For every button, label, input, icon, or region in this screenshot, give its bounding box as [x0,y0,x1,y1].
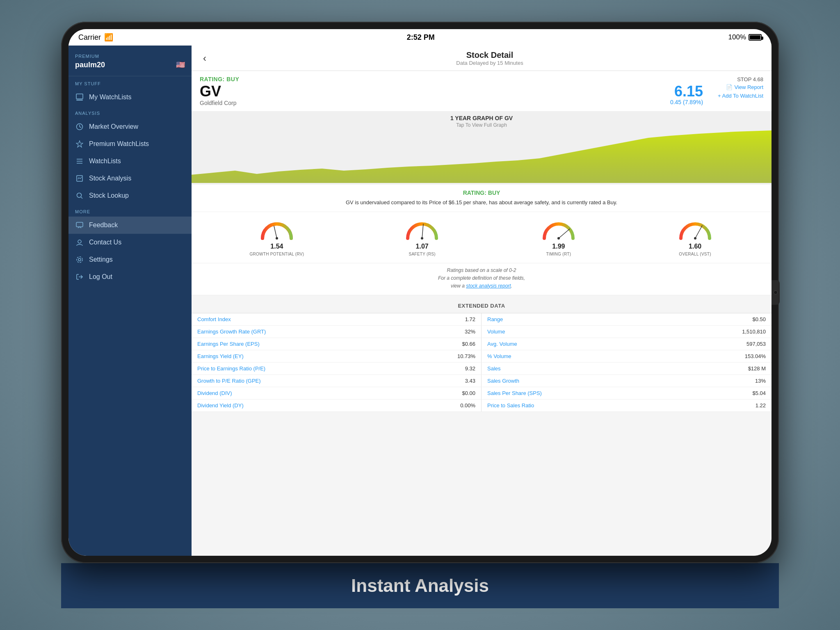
svg-line-18 [274,226,277,238]
sidebar-item-contact-us[interactable]: Contact Us [68,234,192,251]
nav-title: Stock Detail [216,50,763,60]
premium-watchlists-icon [75,139,84,148]
data-label: % Volume [487,353,511,359]
data-row: Volume1,510,810 [482,326,772,338]
data-row: Comfort Index1.72 [192,313,482,326]
ratings-note: Ratings based on a scale of 0-2 For a co… [192,263,772,296]
data-value: $0.00 [462,390,475,396]
svg-line-8 [78,178,79,179]
data-row: Dividend Yield (DY)0.00% [192,399,482,412]
data-label: Sales Per Share (SPS) [487,390,542,396]
gauge-vst: 1.60 OVERALL (VST) [677,219,714,256]
rating-buy-label: RATING: BUY [200,76,239,82]
gauge-rs-value: 1.07 [416,243,429,250]
battery-label: 100% [728,33,746,41]
bottom-label-section: Instant Analysis [61,563,779,608]
data-row: Earnings Yield (EY)10.73% [192,350,482,363]
nav-subtitle: Data Delayed by 15 Minutes [216,60,763,66]
stock-detail: RATING: BUY STOP 4.68 GV Goldfield Corp … [192,71,772,556]
gauge-rv-value: 1.54 [270,243,283,250]
stock-analysis-label: Stock Analysis [89,175,131,182]
svg-rect-13 [76,222,83,227]
sidebar-item-market-overview[interactable]: Market Overview [68,118,192,135]
data-value: $0.50 [752,316,766,322]
gauge-rt-value: 1.99 [552,243,565,250]
svg-point-15 [78,258,81,261]
gauge-rv-svg [258,219,295,241]
contact-us-label: Contact Us [89,239,121,246]
add-to-watchlist-button[interactable]: + Add To WatchList [718,93,763,99]
svg-line-12 [81,197,83,199]
stock-company: Goldfield Corp [200,100,237,106]
stock-price-block: 6.15 0.45 (7.89%) [670,84,703,105]
sidebar-item-my-watchlists[interactable]: My WatchLists [68,89,192,106]
sidebar-item-premium-watchlists[interactable]: Premium WatchLists [68,135,192,153]
sidebar-item-feedback[interactable]: Feedback [68,217,192,234]
stock-lookup-label: Stock Lookup [89,192,129,199]
log-out-label: Log Out [89,273,112,281]
data-row: Price to Sales Ratio1.22 [482,399,772,412]
data-label: Growth to P/E Ratio (GPE) [197,378,261,384]
data-value: $128 M [748,365,766,372]
rating-desc-title: RATING: BUY [200,189,763,196]
stock-name-row: GV Goldfield Corp 6.15 0.45 (7.89%) [200,84,763,106]
status-left: Carrier 📶 [78,33,113,42]
view-report-button[interactable]: 📄 View Report [726,84,763,90]
feedback-icon [75,221,84,230]
data-label: Earnings Growth Rate (GRT) [197,329,266,335]
svg-rect-0 [76,94,83,99]
sidebar-item-log-out[interactable]: Log Out [68,268,192,285]
watchlists-icon [75,93,84,102]
sidebar-item-stock-lookup[interactable]: Stock Lookup [68,187,192,204]
analysis-label: ANALYSIS [68,106,192,118]
back-button[interactable]: ‹ [200,51,210,66]
chart-section[interactable]: 1 YEAR GRAPH OF GV Tap To View Full Grap… [192,112,772,185]
chart-subtitle: Tap To View Full Graph [192,122,772,128]
ratings-note-line1: Ratings based on a scale of 0-2 [447,267,516,273]
data-row: Earnings Growth Rate (GRT)32% [192,326,482,338]
sidebar-item-watchlists[interactable]: WatchLists [68,153,192,170]
svg-line-22 [559,229,570,238]
stock-lookup-icon [75,191,84,200]
svg-point-11 [77,193,82,198]
stock-chart[interactable] [192,130,772,183]
stock-identity: GV Goldfield Corp [200,84,237,106]
data-label: Price to Sales Ratio [487,402,534,409]
gauges-section: 1.54 GROWTH POTENTIAL (RV) [192,212,772,263]
logout-icon [75,272,84,281]
data-label: Dividend Yield (DY) [197,402,244,409]
status-right: 100% [728,33,762,41]
home-button[interactable] [772,280,780,305]
gauge-rs-svg [404,219,441,241]
sidebar-item-stock-analysis[interactable]: Stock Analysis [68,170,192,187]
stock-change: 0.45 (7.89%) [670,99,703,105]
data-col-left: Comfort Index1.72Earnings Growth Rate (G… [192,313,482,412]
camera-dot [774,290,778,294]
more-label: MORE [68,204,192,217]
data-row: Avg. Volume597,053 [482,338,772,350]
data-row: Sales Growth13% [482,375,772,387]
data-label: Dividend (DIV) [197,390,232,396]
battery-icon [749,34,762,41]
svg-point-21 [421,237,423,240]
data-value: 153.04% [745,353,766,359]
my-watchlists-label: My WatchLists [89,94,131,101]
data-col-right: Range$0.50Volume1,510,810Avg. Volume597,… [482,313,772,412]
sidebar-item-settings[interactable]: Settings [68,251,192,268]
data-value: $5.04 [752,390,766,396]
data-row: % Volume153.04% [482,350,772,363]
data-value: 32% [465,329,475,335]
market-overview-label: Market Overview [89,123,138,130]
market-overview-icon [75,122,84,131]
wifi-icon: 📶 [104,33,113,42]
svg-line-9 [79,178,80,179]
data-value: 597,053 [746,341,766,347]
svg-point-25 [694,237,696,240]
stock-analysis-report-link[interactable]: stock analysis report [466,283,511,289]
stock-price: 6.15 [670,84,703,99]
data-value: 1.72 [465,316,475,322]
svg-line-24 [695,226,702,238]
data-table: Comfort Index1.72Earnings Growth Rate (G… [192,313,772,412]
data-value: 13% [755,378,766,384]
gauge-rt-label: TIMING (RT) [546,252,571,256]
